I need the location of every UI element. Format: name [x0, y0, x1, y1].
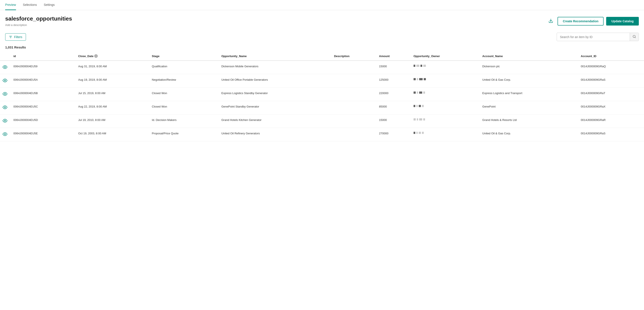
row-description-cell	[332, 114, 376, 128]
eye-icon[interactable]	[2, 92, 7, 96]
svg-point-10	[4, 120, 6, 121]
row-account-id-cell: 0014J000009GRaS	[578, 74, 644, 88]
row-close-date-cell: Oct 19, 2003, 8:00 AM	[76, 128, 150, 141]
row-amount-cell: 85000	[376, 101, 411, 114]
row-id-cell: 0064J000004EU5C	[11, 101, 76, 114]
tab-settings[interactable]: Settings	[44, 0, 55, 10]
row-id-cell: 0064J000004EU5B	[11, 88, 76, 101]
row-account-name-cell: Dickenson plc	[480, 61, 578, 74]
row-description-cell	[332, 61, 376, 74]
page-header: salesforce_opportunities Add a descripti…	[0, 10, 644, 30]
row-amount-cell: 270000	[376, 128, 411, 141]
row-amount-cell: 125000	[376, 74, 411, 88]
row-description-cell	[332, 128, 376, 141]
col-header-account-id: Account_ID	[578, 52, 644, 61]
col-header-eye	[0, 52, 11, 61]
page-description[interactable]: Add a description	[5, 23, 72, 27]
row-id-cell: 0064J000004EU5D	[11, 114, 76, 128]
table-row: 0064J000004EU5B Jul 15, 2019, 8:00 AM Cl…	[0, 88, 644, 101]
row-opportunity-owner-cell	[411, 101, 480, 114]
row-account-id-cell: 0014J000009GRaX	[578, 101, 644, 114]
row-account-name-cell: United Oil & Gas Corp.	[480, 74, 578, 88]
row-opportunity-owner-cell	[411, 114, 480, 128]
row-description-cell	[332, 88, 376, 101]
row-account-id-cell: 0014J000009GRaR	[578, 114, 644, 128]
eye-icon[interactable]	[2, 105, 7, 110]
row-account-name-cell: Grand Hotels & Resorts Ltd	[480, 114, 578, 128]
row-stage-cell: Closed Won	[149, 101, 219, 114]
row-amount-cell: 15000	[376, 114, 411, 128]
col-header-description: Description	[332, 52, 376, 61]
svg-point-6	[4, 66, 6, 68]
header-right: Create Recommendation Update Catalog	[547, 17, 639, 26]
update-catalog-button[interactable]: Update Catalog	[606, 17, 639, 26]
top-tabs-container: Preview Selections Settings	[0, 0, 644, 10]
row-stage-cell: Qualification	[149, 61, 219, 74]
eye-icon[interactable]	[2, 78, 7, 83]
row-opportunity-owner-cell	[411, 74, 480, 88]
row-opportunity-name-cell: Express Logistics Standby Generator	[219, 88, 332, 101]
svg-point-11	[4, 133, 6, 135]
eye-icon[interactable]	[2, 132, 7, 137]
table-row: 0064J000004EU59 Aug 31, 2019, 8:00 AM Qu…	[0, 61, 644, 74]
row-account-name-cell: United Oil & Gas Corp.	[480, 128, 578, 141]
toolbar: Filters	[0, 30, 644, 44]
row-eye-cell	[0, 128, 11, 141]
svg-point-7	[4, 80, 6, 81]
tab-preview[interactable]: Preview	[5, 0, 16, 10]
download-button[interactable]	[547, 17, 555, 26]
row-opportunity-owner-cell	[411, 88, 480, 101]
row-eye-cell	[0, 114, 11, 128]
svg-point-8	[4, 93, 6, 95]
row-account-id-cell: 0014J000009GRaQ	[578, 61, 644, 74]
create-recommendation-button[interactable]: Create Recommendation	[558, 17, 604, 26]
col-header-opportunity-name: Opportunity_Name	[219, 52, 332, 61]
table-row: 0064J000004EU5A Aug 19, 2019, 8:00 AM Ne…	[0, 74, 644, 88]
search-box	[557, 33, 639, 41]
row-account-name-cell: Express Logistics and Transport	[480, 88, 578, 101]
row-close-date-cell: Jul 15, 2019, 8:00 AM	[76, 88, 150, 101]
row-opportunity-name-cell: United Oil Office Portable Generators	[219, 74, 332, 88]
table-header-row: id Close_Date i Stage Opportunity_Name D…	[0, 52, 644, 61]
col-header-account-name: Account_Name	[480, 52, 578, 61]
table-row: 0064J000004EU5C Aug 22, 2019, 8:00 AM Cl…	[0, 101, 644, 114]
row-id-cell: 0064J000004EU59	[11, 61, 76, 74]
col-header-amount: Amount	[376, 52, 411, 61]
row-eye-cell	[0, 101, 11, 114]
row-eye-cell	[0, 74, 11, 88]
search-input[interactable]	[557, 33, 630, 41]
row-stage-cell: Proposal/Price Quote	[149, 128, 219, 141]
eye-icon[interactable]	[2, 118, 7, 123]
row-close-date-cell: Jul 19, 2010, 8:00 AM	[76, 114, 150, 128]
table-row: 0064J000004EU5E Oct 19, 2003, 8:00 AM Pr…	[0, 128, 644, 141]
row-stage-cell: Id. Decision Makers	[149, 114, 219, 128]
row-account-name-cell: GenePoint	[480, 101, 578, 114]
row-account-id-cell: 0014J000009GRaS	[578, 128, 644, 141]
table-row: 0064J000004EU5D Jul 19, 2010, 8:00 AM Id…	[0, 114, 644, 128]
row-description-cell	[332, 101, 376, 114]
row-opportunity-owner-cell	[411, 128, 480, 141]
row-stage-cell: Closed Won	[149, 88, 219, 101]
row-amount-cell: 220000	[376, 88, 411, 101]
eye-icon[interactable]	[2, 65, 7, 70]
col-header-opportunity-owner: Opportunity_Owner	[411, 52, 480, 61]
search-button[interactable]	[630, 33, 638, 41]
col-header-close-date: Close_Date i	[76, 52, 150, 61]
row-opportunity-name-cell: GenePoint Standby Generator	[219, 101, 332, 114]
row-stage-cell: Negotiation/Review	[149, 74, 219, 88]
row-eye-cell	[0, 61, 11, 74]
row-description-cell	[332, 74, 376, 88]
row-account-id-cell: 0014J000009GRaT	[578, 88, 644, 101]
row-close-date-cell: Aug 31, 2019, 8:00 AM	[76, 61, 150, 74]
page-title: salesforce_opportunities	[5, 15, 72, 22]
row-eye-cell	[0, 88, 11, 101]
tab-selections[interactable]: Selections	[23, 0, 37, 10]
filter-icon	[9, 35, 12, 39]
row-opportunity-owner-cell	[411, 61, 480, 74]
row-opportunity-name-cell: United Oil Refinery Generators	[219, 128, 332, 141]
svg-line-5	[635, 37, 636, 38]
filters-button[interactable]: Filters	[5, 33, 26, 41]
row-id-cell: 0064J000004EU5E	[11, 128, 76, 141]
results-count: 1,031 Results	[0, 44, 644, 52]
search-icon	[632, 35, 636, 38]
